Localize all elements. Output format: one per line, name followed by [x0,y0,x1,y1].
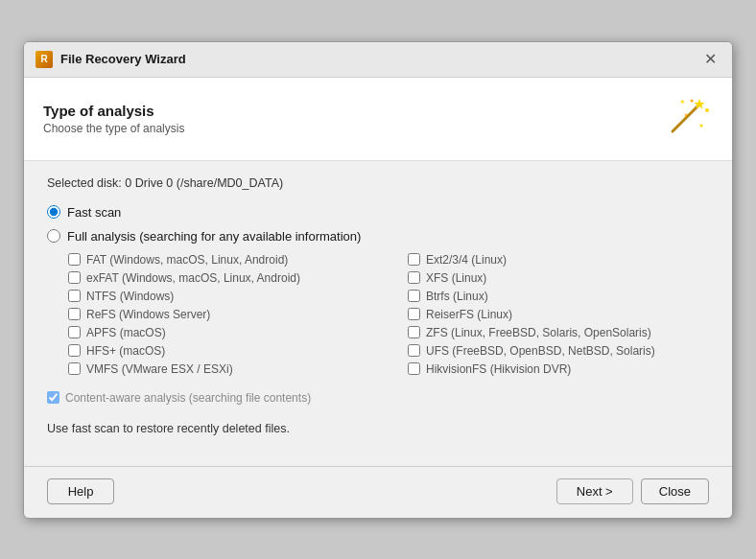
fs-btrfs-label: Btrfs (Linux) [426,290,488,303]
svg-point-5 [700,124,703,127]
fs-hikvision-label: HikvisionFS (Hikvision DVR) [426,362,571,376]
fs-ufs-label: UFS (FreeBSD, OpenBSD, NetBSD, Solaris) [426,344,655,358]
full-analysis-radio[interactable] [47,229,60,243]
full-analysis-label: Full analysis (searching for any availab… [67,229,361,244]
analysis-options: Fast scan Full analysis (searching for a… [47,205,709,244]
main-content: Selected disk: 0 Drive 0 (/share/MD0_DAT… [24,161,732,451]
fs-exfat: exFAT (Windows, macOS, Linux, Android) [68,271,369,285]
fs-xfs-label: XFS (Linux) [426,271,486,285]
fs-ntfs-checkbox[interactable] [68,290,81,302]
content-aware-label: Content-aware analysis (searching file c… [65,391,311,405]
header-title: Type of analysis [43,103,184,119]
fs-apfs-label: APFS (macOS) [86,326,166,339]
title-bar-left: R File Recovery Wizard [35,51,186,68]
app-icon: R [35,51,53,68]
full-analysis-option[interactable]: Full analysis (searching for any availab… [47,229,709,244]
filesystem-grid: FAT (Windows, macOS, Linux, Android) Ext… [68,253,709,376]
fs-reiserfs: ReiserFS (Linux) [408,308,709,321]
fs-reiserfs-label: ReiserFS (Linux) [426,308,512,321]
svg-marker-2 [680,99,685,104]
fs-zfs-checkbox[interactable] [408,326,420,338]
fs-hikvision-checkbox[interactable] [408,362,420,375]
fs-fat-checkbox[interactable] [68,253,81,266]
fs-xfs-checkbox[interactable] [408,271,420,284]
header-section: Type of analysis Choose the type of anal… [24,78,732,161]
dialog-title: File Recovery Wizard [60,52,186,66]
file-recovery-wizard-dialog: R File Recovery Wizard ✕ Type of analysi… [23,41,733,519]
content-aware-section: Content-aware analysis (searching file c… [47,391,709,405]
fs-exfat-label: exFAT (Windows, macOS, Linux, Android) [86,271,300,285]
fs-zfs: ZFS (Linux, FreeBSD, Solaris, OpenSolari… [408,326,709,339]
fs-ufs: UFS (FreeBSD, OpenBSD, NetBSD, Solaris) [408,344,709,358]
fs-vmfs-label: VMFS (VMware ESX / ESXi) [86,362,233,376]
fs-vmfs: VMFS (VMware ESX / ESXi) [68,362,369,376]
header-subtitle: Choose the type of analysis [43,122,184,135]
fs-fat: FAT (Windows, macOS, Linux, Android) [68,253,369,267]
fs-zfs-label: ZFS (Linux, FreeBSD, Solaris, OpenSolari… [426,326,651,339]
fast-scan-label: Fast scan [67,205,121,220]
fs-apfs-checkbox[interactable] [68,326,81,338]
footer-right-buttons: Next > Close [556,478,709,504]
fs-btrfs: Btrfs (Linux) [408,290,709,303]
fs-btrfs-checkbox[interactable] [408,290,420,302]
fs-fat-label: FAT (Windows, macOS, Linux, Android) [86,253,288,267]
wizard-icon [663,91,713,147]
fs-hfsplus: HFS+ (macOS) [68,344,369,358]
fs-exfat-checkbox[interactable] [68,271,81,284]
footer: Help Next > Close [24,478,732,518]
svg-line-0 [673,105,699,131]
svg-point-6 [691,99,694,102]
fs-ntfs-label: NTFS (Windows) [86,290,174,303]
fs-hfsplus-checkbox[interactable] [68,344,81,357]
fast-scan-option[interactable]: Fast scan [47,205,709,220]
fs-ufs-checkbox[interactable] [408,344,420,357]
footer-divider [24,466,732,467]
fs-hikvision: HikvisionFS (Hikvision DVR) [408,362,709,376]
svg-point-4 [705,108,709,112]
content-aware-checkbox[interactable] [47,391,59,404]
next-button[interactable]: Next > [556,478,633,504]
header-titles: Type of analysis Choose the type of anal… [43,103,184,135]
fs-ext234-checkbox[interactable] [408,253,420,266]
title-bar: R File Recovery Wizard ✕ [24,42,732,78]
fs-apfs: APFS (macOS) [68,326,369,339]
fs-ext234: Ext2/3/4 (Linux) [408,253,709,267]
fs-vmfs-checkbox[interactable] [68,362,81,375]
fs-ext234-label: Ext2/3/4 (Linux) [426,253,507,267]
dialog-close-button[interactable]: ✕ [699,49,721,70]
fs-reiserfs-checkbox[interactable] [408,308,420,320]
fs-refs-checkbox[interactable] [68,308,81,320]
fs-xfs: XFS (Linux) [408,271,709,285]
help-button[interactable]: Help [47,478,114,504]
fast-scan-radio[interactable] [47,205,60,219]
fs-refs: ReFS (Windows Server) [68,308,369,321]
close-button[interactable]: Close [641,478,709,504]
fs-ntfs: NTFS (Windows) [68,290,369,303]
selected-disk-label: Selected disk: 0 Drive 0 (/share/MD0_DAT… [47,176,709,190]
fast-scan-note: Use fast scan to restore recently delete… [47,422,709,435]
fs-hfsplus-label: HFS+ (macOS) [86,344,165,358]
fs-refs-label: ReFS (Windows Server) [86,308,210,321]
